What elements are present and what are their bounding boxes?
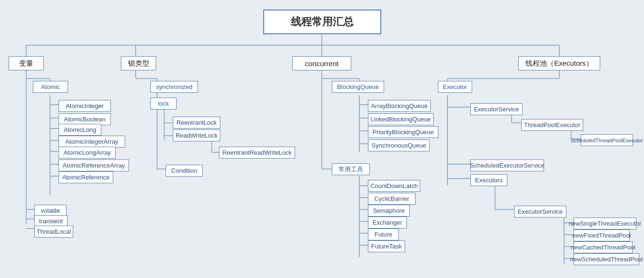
node-priorityblockingqueue: PriorityBlockingQueue [368,126,438,138]
node-atomiclong: AtomicLong [59,124,101,136]
node-synchronized: synchronized [150,81,198,93]
node-semaphore: Semaphore [368,205,410,217]
category-lock: 锁类型 [121,56,156,70]
node-readwritelock: ReadWriteLock [173,129,220,141]
node-commontools: 常用工具 [332,163,370,175]
node-reentrantreadwritelock: ReentrantReadWriteLock [219,147,295,159]
node-executorservice1: ExecutorService [470,103,523,115]
node-cyclicbarrier: CyclicBarrier [368,193,416,205]
node-threadlocal: ThreadLocal [34,226,73,238]
node-atomic: Atomic [33,81,68,93]
node-scheduledthreadpoolexecutor: ScheduledThreadPoolExecutor [581,134,633,146]
node-condition: Condition [166,165,203,177]
node-atomicintegerarray: AtomicIntegerArray [59,136,125,148]
node-threadpoolexecutor: ThreadPoolExecutor [521,119,583,131]
node-synchronousqueue: SynchronousQueue [368,139,430,151]
node-lock: lock [150,98,177,109]
node-future: Future [368,228,399,240]
node-atomicinteger: AtomicInteger [59,100,111,112]
node-atomiclongarray: AtomicLongArray [59,147,116,159]
node-exchanger: Exchanger [368,217,407,228]
node-blockingqueue: BlockingQueue [332,81,384,93]
category-variable: 变量 [9,56,44,70]
node-newscheduledthreadpool: newScheduledThreadPool [574,253,639,265]
node-linkedblockingqueue: LinkedBlockingQueue [368,113,434,125]
node-executor: Executor [438,81,472,93]
node-executors: Executors [470,174,507,186]
node-newfixedthreadpool: newFixedThreadPool [574,229,630,241]
category-threadpool: 线程池（Executors） [518,56,600,70]
node-reentrantlock: ReentrantLock [173,117,220,129]
node-atomicreference: AtomicReference [59,171,113,183]
node-arrayblockingqueue: ArrayBlockingQueue [368,100,431,112]
node-futuretask: FutureTask [368,240,405,252]
node-newcachedthreadpool: newCachedThreadPool [574,241,633,253]
title-node: 线程常用汇总 [263,10,381,34]
node-scheduledexecutorservice: ScheduledExecutorService [470,159,544,171]
node-newsinglethreadexecutor: newSingleThreadExecutor [574,218,636,229]
node-executorservice2: ExecutorService [514,206,566,218]
diagram: 线程常用汇总 变量 锁类型 concurrent 线程池（Executors） … [0,0,644,278]
node-countdownlatch: CountDownLatch [368,180,420,192]
category-concurrent: concurrent [292,56,351,70]
node-atomicreferencearray: AtomicReferenceArray [59,159,129,171]
